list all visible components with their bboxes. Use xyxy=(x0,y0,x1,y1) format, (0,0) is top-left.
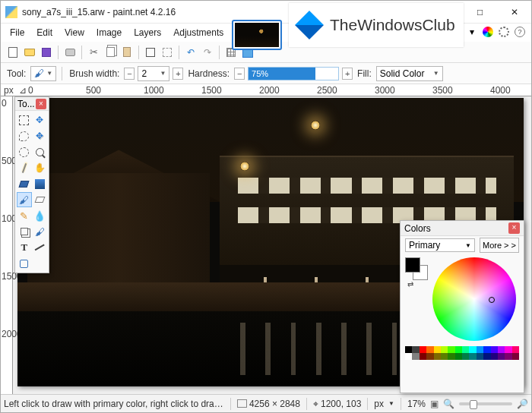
palette-color[interactable] xyxy=(477,346,483,353)
maximize-button[interactable]: □ xyxy=(463,1,497,24)
palette-color[interactable] xyxy=(455,346,462,353)
palette-color[interactable] xyxy=(455,353,462,360)
tool-rect-select[interactable] xyxy=(17,112,32,128)
more-button[interactable]: More > > xyxy=(480,238,519,253)
palette-color[interactable] xyxy=(434,346,441,353)
menu-layers[interactable]: Layers xyxy=(128,25,167,40)
cut-button[interactable]: ✂ xyxy=(86,45,101,60)
tool-eraser[interactable] xyxy=(33,192,48,207)
palette-color[interactable] xyxy=(412,346,419,353)
redo-button[interactable]: ↷ xyxy=(200,45,215,60)
palette-color[interactable] xyxy=(448,346,454,353)
hardness-minus[interactable]: − xyxy=(234,68,245,80)
tool-recolor[interactable]: 🖌 xyxy=(33,224,48,239)
palette-color[interactable] xyxy=(505,353,511,360)
save-button[interactable] xyxy=(39,45,54,60)
menu-image[interactable]: Image xyxy=(90,25,128,40)
hardness-plus[interactable]: + xyxy=(342,68,353,80)
close-button[interactable]: ✕ xyxy=(497,1,531,24)
palette-color[interactable] xyxy=(491,353,498,360)
palette-color[interactable] xyxy=(426,346,433,353)
colors-panel-header[interactable]: Colors× xyxy=(401,221,524,236)
new-button[interactable] xyxy=(5,45,21,60)
tool-move-pixels[interactable]: ✥ xyxy=(33,128,48,143)
deselect-button[interactable] xyxy=(160,45,175,60)
paste-button[interactable] xyxy=(119,45,135,60)
hardness-slider[interactable]: 75% xyxy=(248,67,339,80)
tool-shapes[interactable] xyxy=(17,256,32,271)
tool-selector[interactable]: 🖌▼ xyxy=(30,66,56,81)
tool-clone-stamp[interactable] xyxy=(17,224,32,239)
tool-pan[interactable]: ✋ xyxy=(33,160,48,175)
palette-color[interactable] xyxy=(441,353,448,360)
tool-line[interactable] xyxy=(33,240,48,255)
menu-adjustments[interactable]: Adjustments xyxy=(167,25,230,40)
print-button[interactable] xyxy=(62,45,78,60)
tool-lasso[interactable] xyxy=(17,128,32,143)
palette-color[interactable] xyxy=(512,353,519,360)
brush-width-input[interactable]: 2▼ xyxy=(138,66,169,81)
tool-ellipse-select[interactable] xyxy=(17,144,32,159)
tool-pencil[interactable]: ✎ xyxy=(17,208,32,223)
menu-view[interactable]: View xyxy=(59,25,90,40)
tool-move-selection[interactable]: ✥ xyxy=(33,112,48,128)
open-button[interactable] xyxy=(22,45,37,60)
palette-color[interactable] xyxy=(405,346,412,353)
palette-color[interactable] xyxy=(426,353,433,360)
brush-width-minus[interactable]: − xyxy=(124,68,135,80)
color-wheel-cursor[interactable] xyxy=(489,297,495,303)
zoom-out-icon[interactable]: 🔍 xyxy=(443,399,454,409)
palette-color[interactable] xyxy=(462,346,469,353)
palette-color[interactable] xyxy=(405,353,412,360)
copy-button[interactable] xyxy=(103,45,118,60)
palette-color[interactable] xyxy=(505,346,511,353)
tool-magic-wand[interactable] xyxy=(17,160,32,175)
settings-icon[interactable] xyxy=(497,25,511,39)
brush-width-plus[interactable]: + xyxy=(173,68,183,80)
primary-color-swatch[interactable] xyxy=(405,257,420,273)
color-wheel-icon[interactable] xyxy=(481,25,495,39)
colors-panel[interactable]: Colors× Primary▼ More > > ⇄ xyxy=(400,220,524,393)
palette-color[interactable] xyxy=(498,353,505,360)
palette-color[interactable] xyxy=(469,353,476,360)
palette-color[interactable] xyxy=(512,346,519,353)
palette-color[interactable] xyxy=(441,346,448,353)
undo-button[interactable]: ↶ xyxy=(183,45,198,60)
tool-paintbrush[interactable]: 🖌 xyxy=(17,192,32,207)
help-icon[interactable]: ? xyxy=(513,25,527,39)
tool-gradient[interactable] xyxy=(33,176,48,191)
palette-color[interactable] xyxy=(498,346,505,353)
fill-selector[interactable]: Solid Color▼ xyxy=(376,66,443,81)
palette-color[interactable] xyxy=(483,346,490,353)
tools-close-button[interactable]: × xyxy=(36,99,46,109)
tool-zoom[interactable] xyxy=(33,144,48,159)
palette-color[interactable] xyxy=(412,353,419,360)
zoom-slider[interactable] xyxy=(459,402,512,405)
tool-color-picker[interactable]: 💧 xyxy=(33,208,48,223)
menu-edit[interactable]: Edit xyxy=(30,25,59,40)
fit-window-icon[interactable]: ▣ xyxy=(430,399,439,409)
tools-panel-header[interactable]: To...× xyxy=(15,97,49,111)
menu-file[interactable]: File xyxy=(4,25,30,40)
crop-button[interactable] xyxy=(143,45,158,60)
palette-color[interactable] xyxy=(469,346,476,353)
palette-color[interactable] xyxy=(420,346,426,353)
windows-dropdown-icon[interactable]: ▾ xyxy=(465,25,479,39)
palette-color[interactable] xyxy=(483,353,490,360)
colors-close-button[interactable]: × xyxy=(508,222,520,234)
color-wheel[interactable] xyxy=(432,257,516,341)
palette-color[interactable] xyxy=(477,353,483,360)
image-thumbnail[interactable] xyxy=(232,20,282,50)
color-swatches[interactable]: ⇄ xyxy=(405,257,428,341)
tool-paint-bucket[interactable] xyxy=(17,176,32,191)
palette-color[interactable] xyxy=(491,346,498,353)
swap-colors-icon[interactable]: ⇄ xyxy=(407,280,413,288)
zoom-in-icon[interactable]: 🔎 xyxy=(517,399,528,409)
palette-color[interactable] xyxy=(420,353,426,360)
tool-text[interactable]: T xyxy=(17,240,32,255)
palette-color[interactable] xyxy=(462,353,469,360)
color-mode-selector[interactable]: Primary▼ xyxy=(405,238,475,252)
palette-color[interactable] xyxy=(434,353,441,360)
tools-panel[interactable]: To...× ✥ ✥ ✋ 🖌 ✎ 💧 🖌 T xyxy=(14,96,49,273)
palette-color[interactable] xyxy=(448,353,454,360)
